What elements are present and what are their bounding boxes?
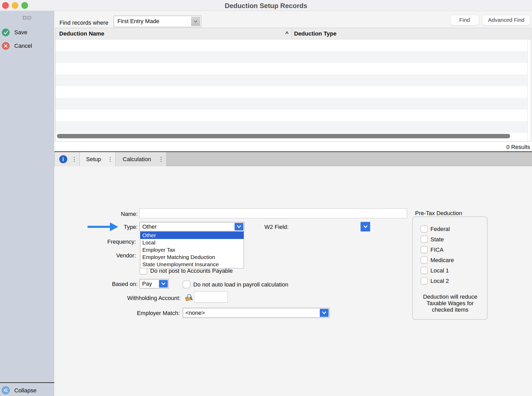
pretax-medicare-label: Medicare <box>430 257 454 264</box>
advanced-find-button[interactable]: Advanced Find <box>482 15 530 25</box>
based-on-value: Pay <box>142 281 152 287</box>
tab-calculation[interactable]: Calculation ⋮ <box>116 152 167 166</box>
save-button[interactable]: Save <box>0 28 54 37</box>
results-count-bar: 0 Results <box>54 142 532 151</box>
column-header-deduction-name[interactable]: Deduction Name <box>59 30 104 37</box>
tab-menu-icon[interactable]: ⋮ <box>107 156 115 163</box>
column-divider[interactable] <box>292 28 292 39</box>
find-button-label: Find <box>459 17 470 23</box>
pretax-fica-label: FICA <box>430 247 443 253</box>
column-header-deduction-type[interactable]: Deduction Type <box>294 30 336 37</box>
type-option-local[interactable]: Local <box>140 239 244 246</box>
window-title: Deduction Setup Records <box>0 2 532 10</box>
tab-setup-label: Setup <box>86 156 101 163</box>
advanced-find-button-label: Advanced Find <box>488 17 524 23</box>
find-button[interactable]: Find <box>450 15 479 25</box>
save-label: Save <box>14 29 27 36</box>
do-not-auto-load-label: Do not auto load in payroll calculation <box>193 281 288 288</box>
find-records-where-label: Find records where <box>59 19 108 26</box>
pretax-state-label: State <box>430 236 444 243</box>
info-icon: i <box>59 155 67 163</box>
pretax-federal-label: Federal <box>430 226 450 233</box>
cancel-label: Cancel <box>14 43 32 49</box>
chevron-down-icon <box>192 19 199 24</box>
account-lookup-ledger-icon[interactable] <box>184 293 194 302</box>
save-check-icon <box>2 29 10 36</box>
chevron-down-icon <box>362 224 369 230</box>
tab-menu-icon[interactable]: ⋮ <box>158 156 166 163</box>
chevron-down-icon <box>160 281 167 287</box>
type-option-employer-matching-deduction[interactable]: Employer Matching Deduction <box>140 254 244 261</box>
frequency-label: Frequency: <box>84 238 136 245</box>
pretax-title: Pre-Tax Deduction <box>415 210 462 217</box>
withholding-account-label: Withholding Account: <box>103 295 181 302</box>
horizontal-scrollbar-thumb[interactable] <box>57 134 510 138</box>
pretax-medicare-checkbox[interactable] <box>421 256 428 264</box>
employer-match-label: Employer Match: <box>102 310 180 317</box>
pretax-local2-label: Local 2 <box>430 278 449 284</box>
tab-bar: i ⋮ Setup ⋮ Calculation ⋮ <box>54 151 532 166</box>
tab-calculation-label: Calculation <box>123 156 151 163</box>
find-field-dropdown[interactable]: First Entry Made <box>114 16 201 27</box>
type-options-list: Other Local Employer Tax Employer Matchi… <box>140 231 244 268</box>
pretax-note-line: checked items <box>414 306 486 313</box>
sort-ascending-icon[interactable]: ^ <box>285 30 289 37</box>
type-value: Other <box>142 223 157 230</box>
collapse-button[interactable]: Collapse <box>0 386 54 394</box>
find-field-value: First Entry Made <box>117 18 159 25</box>
type-option-employer-tax[interactable]: Employer Tax <box>140 246 244 254</box>
table-header: Deduction Name ^ Deduction Type <box>56 28 531 39</box>
name-input[interactable] <box>139 208 407 218</box>
table-body-empty <box>56 39 528 141</box>
sidebar-divider <box>0 382 54 383</box>
pretax-federal-checkbox[interactable] <box>421 225 428 233</box>
type-option-other[interactable]: Other <box>140 232 244 239</box>
tab-info[interactable]: i ⋮ <box>55 152 80 166</box>
pretax-local1-checkbox[interactable] <box>421 267 428 274</box>
vendor-label: Vendor: <box>84 252 136 259</box>
title-bar: Deduction Setup Records <box>0 0 532 11</box>
do-not-post-label: Do not post to Accounts Payable <box>150 268 233 274</box>
sidebar-header: DO <box>0 15 54 21</box>
tab-menu-icon[interactable]: ⋮ <box>71 156 79 163</box>
cancel-x-icon <box>2 42 10 50</box>
employer-match-dropdown[interactable]: <none> <box>183 308 330 318</box>
cancel-button[interactable]: Cancel <box>0 42 54 50</box>
name-label: Name: <box>73 211 138 217</box>
tab-setup[interactable]: Setup ⋮ <box>80 152 116 166</box>
collapse-label: Collapse <box>14 387 37 394</box>
employer-match-dropdown-button[interactable] <box>320 309 329 317</box>
type-label: Type: <box>99 224 138 230</box>
chevron-down-icon <box>321 310 328 316</box>
pretax-note-line: Deduction will reduce <box>414 293 486 300</box>
w2-field-label: W2 Field: <box>264 224 289 230</box>
withholding-account-input[interactable] <box>194 291 228 303</box>
employer-match-value: <none> <box>185 310 205 316</box>
type-dropdown-button[interactable] <box>235 223 243 230</box>
sidebar: DO Save Cancel Collapse <box>0 11 54 396</box>
deduction-setup-window: Deduction Setup Records DO Save Cancel C… <box>0 0 532 396</box>
w2-field-dropdown-button[interactable] <box>361 222 370 231</box>
chevron-down-icon <box>236 224 242 230</box>
pretax-note-line: Taxable Wages for <box>414 300 486 307</box>
based-on-label: Based on: <box>86 281 138 288</box>
type-dropdown[interactable]: Other <box>139 222 244 231</box>
pretax-fica-checkbox[interactable] <box>421 246 428 253</box>
type-option-state-unemployment-insurance[interactable]: State Unemployment Insurance <box>140 261 244 268</box>
based-on-dropdown-button[interactable] <box>159 280 168 288</box>
do-not-auto-load-checkbox[interactable] <box>183 281 190 288</box>
find-field-dropdown-button[interactable] <box>191 17 200 26</box>
vertical-scrollbar-track[interactable] <box>527 39 531 141</box>
collapse-chevrons-icon <box>2 386 10 394</box>
pretax-state-checkbox[interactable] <box>421 236 428 243</box>
results-count: 0 Results <box>506 144 530 151</box>
pretax-local1-label: Local 1 <box>430 267 449 274</box>
pretax-local2-checkbox[interactable] <box>421 277 428 284</box>
results-table: Deduction Name ^ Deduction Type <box>55 28 531 142</box>
based-on-dropdown[interactable]: Pay <box>139 279 169 289</box>
